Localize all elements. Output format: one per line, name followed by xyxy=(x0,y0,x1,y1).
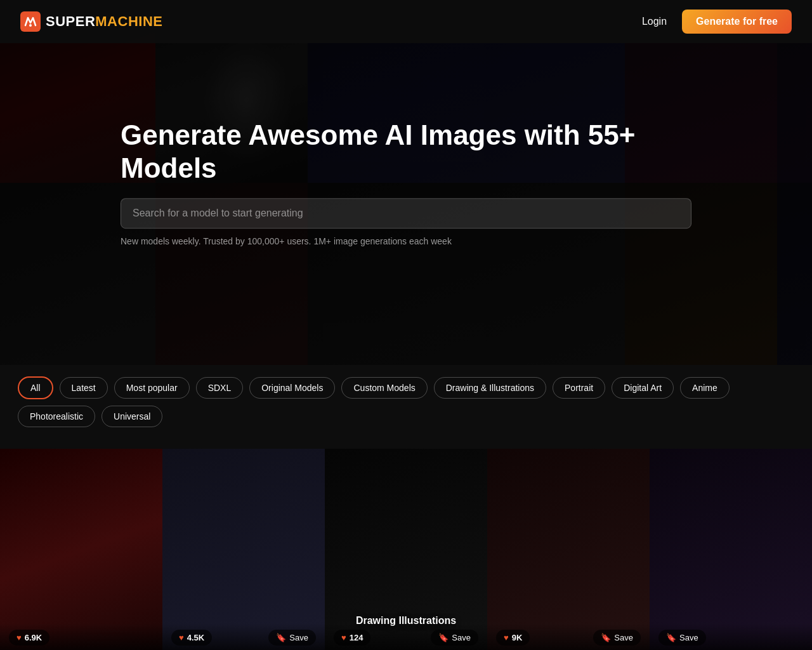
save-stat-4[interactable]: 🔖 Save xyxy=(593,630,641,646)
filter-tab-all[interactable]: All xyxy=(18,376,53,399)
hero-title: Generate Awesome AI Images with 55+ Mode… xyxy=(121,119,691,186)
filter-tab-anime[interactable]: Anime xyxy=(680,377,730,399)
gallery-item-1[interactable]: ♥ 6.9K xyxy=(0,449,162,650)
gallery-row: ♥ 6.9K ♥ 4.5K 🔖 Save Drawing Il xyxy=(0,449,812,650)
gallery-item-2[interactable]: ♥ 4.5K 🔖 Save xyxy=(162,449,325,650)
gallery-bar-2: ♥ 4.5K 🔖 Save xyxy=(162,623,325,650)
filter-tab-most-popular[interactable]: Most popular xyxy=(114,377,190,399)
filter-tab-universal[interactable]: Universal xyxy=(102,406,162,427)
logo-text: SUPERMACHINE xyxy=(46,13,162,30)
filter-tab-photorealistic[interactable]: Photorealistic xyxy=(18,406,95,427)
gallery-item-4[interactable]: ♥ 9K 🔖 Save xyxy=(487,449,650,650)
login-button[interactable]: Login xyxy=(642,16,667,27)
bookmark-icon-5: 🔖 xyxy=(666,633,676,642)
gallery-bar-4: ♥ 9K 🔖 Save xyxy=(487,623,650,650)
svg-point-1 xyxy=(29,24,32,27)
filter-tab-latest[interactable]: Latest xyxy=(60,377,108,399)
gallery-item-5[interactable]: 🔖 Save xyxy=(650,449,812,650)
filter-tab-original-models[interactable]: Original Models xyxy=(249,377,335,399)
like-count-3: 124 xyxy=(350,633,363,642)
filter-tab-sdxl[interactable]: SDXL xyxy=(196,377,244,399)
hero-subtitle: New models weekly. Trusted by 100,000+ u… xyxy=(121,236,691,246)
bookmark-icon-2: 🔖 xyxy=(276,633,286,642)
logo[interactable]: SUPERMACHINE xyxy=(20,11,162,32)
gallery-image-1 xyxy=(0,449,162,650)
like-stat-1: ♥ 6.9K xyxy=(9,630,49,646)
save-label-5: Save xyxy=(679,633,698,642)
like-count-1: 6.9K xyxy=(25,633,42,642)
header: SUPERMACHINE Login Generate for free xyxy=(0,0,812,43)
save-stat-5[interactable]: 🔖 Save xyxy=(658,630,706,646)
save-label-4: Save xyxy=(614,633,633,642)
save-stat-2[interactable]: 🔖 Save xyxy=(268,630,316,646)
bookmark-icon-4: 🔖 xyxy=(601,633,611,642)
heart-icon-4: ♥ xyxy=(504,633,509,642)
like-stat-3: ♥ 124 xyxy=(334,630,370,646)
save-label-3: Save xyxy=(452,633,471,642)
like-stat-2: ♥ 4.5K xyxy=(171,630,212,646)
filter-tab-digital-art[interactable]: Digital Art xyxy=(612,377,674,399)
gallery-image-2 xyxy=(162,449,325,650)
filter-section: All Latest Most popular SDXL Original Mo… xyxy=(0,365,812,439)
heart-icon-2: ♥ xyxy=(179,633,184,642)
heart-icon-1: ♥ xyxy=(16,633,22,642)
like-count-4: 9K xyxy=(512,633,523,642)
gallery-section: ♥ 6.9K ♥ 4.5K 🔖 Save Drawing Il xyxy=(0,439,812,650)
filter-tab-portrait[interactable]: Portrait xyxy=(553,377,605,399)
gallery-bar-1: ♥ 6.9K xyxy=(0,623,162,650)
header-right: Login Generate for free xyxy=(642,10,792,34)
gallery-bar-5: 🔖 Save xyxy=(650,623,812,650)
hero-content: Generate Awesome AI Images with 55+ Mode… xyxy=(121,119,691,247)
search-input[interactable] xyxy=(121,198,691,229)
hero-section: Generate Awesome AI Images with 55+ Mode… xyxy=(0,0,812,365)
like-count-2: 4.5K xyxy=(187,633,204,642)
like-stat-4: ♥ 9K xyxy=(496,630,530,646)
gallery-bar-3: ♥ 124 🔖 Save xyxy=(325,623,487,650)
logo-icon xyxy=(20,11,41,32)
gallery-image-4 xyxy=(487,449,650,650)
bookmark-icon-3: 🔖 xyxy=(438,633,449,642)
filter-tab-custom-models[interactable]: Custom Models xyxy=(341,377,427,399)
filter-tab-drawing-illustrations[interactable]: Drawing & Illustrations xyxy=(434,377,546,399)
gallery-image-5 xyxy=(650,449,812,650)
save-label-2: Save xyxy=(289,633,308,642)
heart-icon-3: ♥ xyxy=(341,633,346,642)
gallery-item-3[interactable]: Drawing Illustrations ♥ 124 🔖 Save xyxy=(325,449,487,650)
save-stat-3[interactable]: 🔖 Save xyxy=(431,630,478,646)
generate-button[interactable]: Generate for free xyxy=(682,10,792,34)
